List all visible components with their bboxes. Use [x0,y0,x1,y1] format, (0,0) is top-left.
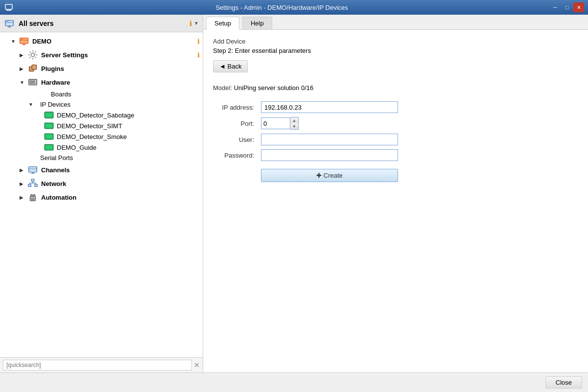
quicksearch-input[interactable] [3,360,192,370]
port-container: ▲ ▼ [261,117,398,130]
ip-devices-toggle: ▼ [28,102,36,107]
smoke-label: DEMO_Detector_Smoke [57,133,127,140]
create-button[interactable]: ✚ Create [261,169,398,182]
port-input[interactable] [261,117,290,129]
sidebar-item-boards[interactable]: Boards [0,89,203,99]
sidebar: All servers ℹ ▼ ▼ [0,15,203,372]
network-toggle: ▶ [20,181,27,186]
form-grid: IP address: Port: ▲ ▼ User: [213,101,578,161]
server-settings-badge: ℹ [197,51,200,59]
tab-bar: Setup Help [203,15,588,30]
channels-label: Channels [41,166,70,174]
svg-point-13 [22,39,23,40]
tab-setup[interactable]: Setup [206,17,239,30]
hardware-label: Hardware [41,79,70,86]
port-spinner: ▲ ▼ [290,117,299,130]
svg-point-12 [21,39,22,40]
guide-chip-icon [44,143,54,151]
port-label: Port: [213,120,257,127]
plugins-label: Plugins [41,65,64,72]
sidebar-item-serial-ports[interactable]: Serial Ports [0,153,203,163]
sidebar-item-demo-detector-smoke[interactable]: DEMO_Detector_Smoke [0,131,203,142]
smoke-chip-icon [44,133,54,140]
content-area: All servers ℹ ▼ ▼ [0,15,588,372]
model-label: Model: [213,84,232,92]
sidebar-header: All servers ℹ ▼ [0,15,203,32]
svg-point-6 [6,21,7,22]
close-window-button[interactable]: ✕ [573,2,584,12]
sidebar-item-channels[interactable]: ▶ Channels [0,163,203,177]
hardware-toggle: ▼ [20,80,27,85]
svg-rect-39 [46,135,52,138]
server-settings-toggle: ▶ [20,52,27,58]
password-input[interactable] [261,149,398,161]
sidebar-item-server-settings[interactable]: ▶ Server Settings ℹ [0,48,203,62]
automation-icon [27,192,38,203]
demo-badge: ℹ [197,38,200,45]
sidebar-header-left: All servers [4,18,54,29]
sidebar-item-demo[interactable]: ▼ DEMO ℹ [0,34,203,48]
minimize-button[interactable]: ─ [550,2,561,12]
svg-point-16 [31,53,34,56]
model-value: UniPing server solution 0/16 [234,84,314,92]
svg-rect-47 [28,184,31,187]
back-button[interactable]: ◄ Back [213,60,248,72]
quicksearch-clear-button[interactable]: ✕ [194,361,200,369]
bottom-bar: Close [0,372,588,392]
channels-icon [27,164,38,175]
sidebar-item-automation[interactable]: ▶ Automation [0,190,203,204]
sidebar-item-demo-detector-simt[interactable]: DEMO_Detector_SIMT [0,120,203,131]
sidebar-item-ip-devices[interactable]: ▼ IP Devices [0,99,203,110]
plugins-toggle: ▶ [20,66,27,71]
server-settings-label: Server Settings [41,51,88,59]
all-servers-icon [4,18,15,29]
network-icon [27,178,38,189]
simt-chip-icon [44,122,54,130]
step-title: Step 2: Enter essential parameters [213,47,578,54]
port-decrement-button[interactable]: ▼ [290,123,298,129]
sidebar-item-demo-guide[interactable]: DEMO_Guide [0,142,203,153]
quicksearch-bar: ✕ [0,357,203,372]
sabotage-label: DEMO_Detector_Sabotage [57,112,134,119]
model-info: Model: UniPing server solution 0/16 [213,84,578,92]
close-button[interactable]: Close [545,376,582,389]
svg-rect-18 [32,65,36,69]
window-title: Settings - Admin - DEMO/Hardware/IP Devi… [14,4,550,11]
sidebar-item-plugins[interactable]: ▶ Plugins [0,62,203,75]
boards-label: Boards [51,91,71,98]
sidebar-item-demo-detector-sabotage[interactable]: DEMO_Detector_Sabotage [0,110,203,120]
svg-point-55 [33,195,35,197]
sidebar-item-hardware[interactable]: ▼ Hardware [0,75,203,89]
port-increment-button[interactable]: ▲ [290,117,298,123]
user-input[interactable] [261,134,398,145]
tab-help[interactable]: Help [242,17,272,29]
svg-rect-21 [33,81,35,84]
simt-label: DEMO_Detector_SIMT [57,122,122,130]
svg-rect-58 [31,198,34,200]
servers-dropdown-arrow[interactable]: ▼ [194,21,199,26]
main-container: All servers ℹ ▼ ▼ [0,15,588,392]
restore-button[interactable]: □ [562,2,572,12]
sidebar-item-network[interactable]: ▶ Network [0,177,203,190]
svg-rect-46 [31,179,34,182]
panel-content: Add Device Step 2: Enter essential param… [203,30,588,372]
hardware-icon [27,77,38,88]
demo-label: DEMO [32,38,51,45]
all-servers-label: All servers [19,20,54,27]
window-controls: ─ □ ✕ [550,2,584,12]
servers-badge: ℹ [189,20,192,27]
guide-label: DEMO_Guide [57,144,96,151]
svg-rect-41 [46,145,52,149]
serial-ports-label: Serial Ports [40,154,73,161]
plugins-icon [27,63,38,74]
user-label: User: [213,136,257,143]
svg-rect-48 [35,184,38,187]
ip-address-input[interactable] [261,101,398,113]
svg-rect-20 [30,81,32,84]
automation-toggle: ▶ [20,195,27,200]
main-panel: Setup Help Add Device Step 2: Enter esse… [203,15,588,372]
svg-rect-37 [46,124,52,128]
automation-label: Automation [41,194,76,201]
demo-server-icon [19,36,29,46]
sidebar-header-right: ℹ ▼ [189,20,199,27]
